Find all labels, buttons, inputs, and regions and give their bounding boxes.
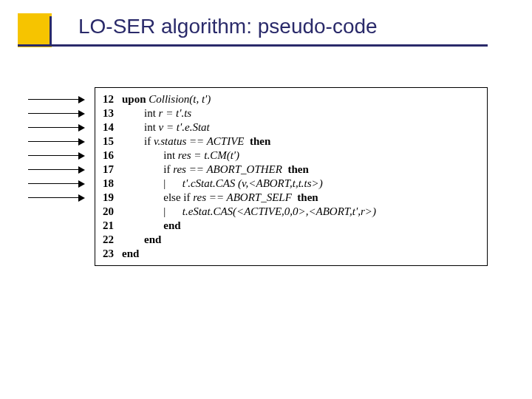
arrow-icon <box>28 93 86 107</box>
code-line-16: 16 int res = t.CM(t') <box>103 149 480 163</box>
arrow-icon <box>28 191 86 205</box>
code-line-21: 21 end <box>103 219 480 233</box>
code-line-20: 20 | t.eStat.CAS(<ACTIVE,0,0>,<ABORT,t',… <box>103 205 480 219</box>
arrow-icon <box>28 163 86 177</box>
code-line-12: 12upon Collision(t, t') <box>103 92 480 106</box>
pseudocode-box: 12upon Collision(t, t') 13 int r = t'.ts… <box>95 87 488 266</box>
decor-rule-vertical <box>50 16 52 46</box>
code-line-15: 15 if v.status == ACTIVE then <box>103 134 480 149</box>
arrow-icon <box>28 121 86 135</box>
code-line-22: 22 end <box>103 233 480 247</box>
decor-rule-horizontal <box>18 44 488 47</box>
code-line-14: 14 int v = t'.e.Stat <box>103 120 480 134</box>
arrow-icon <box>28 107 86 121</box>
arrow-icon <box>28 149 86 163</box>
decor-square <box>18 13 52 47</box>
code-line-18: 18 | t'.cStat.CAS (v,<ABORT,t,t.ts>) <box>103 177 480 191</box>
code-line-23: 23end <box>103 247 480 261</box>
slide-title: LO-SER algorithm: pseudo-code <box>78 15 378 38</box>
code-line-17: 17 if res == ABORT_OTHER then <box>103 163 480 177</box>
code-line-19: 19 else if res == ABORT_SELF then <box>103 191 480 205</box>
arrow-icon <box>28 135 86 149</box>
pointer-arrows <box>28 93 86 205</box>
code-line-13: 13 int r = t'.ts <box>103 106 480 120</box>
arrow-icon <box>28 177 86 191</box>
